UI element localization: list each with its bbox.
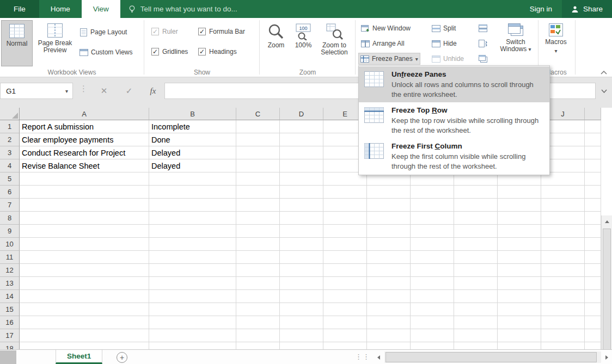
horizontal-scrollbar[interactable]: [384, 351, 601, 363]
cell-A9[interactable]: [20, 225, 149, 238]
cell-partial-row-15[interactable]: [585, 303, 601, 316]
collapse-ribbon-icon[interactable]: [598, 68, 609, 77]
scroll-up-icon[interactable]: [602, 215, 612, 227]
cell-J15[interactable]: [541, 303, 585, 316]
cell-J12[interactable]: [541, 264, 585, 277]
tab-file[interactable]: File: [0, 0, 39, 18]
cell-J13[interactable]: [541, 277, 585, 290]
cell-D2[interactable]: [280, 133, 323, 146]
page-layout-button[interactable]: Page Layout: [78, 26, 128, 38]
cell-E14[interactable]: [323, 290, 367, 303]
macros-button[interactable]: Macros ▾: [541, 20, 571, 67]
cell-E13[interactable]: [323, 277, 367, 290]
custom-views-button[interactable]: Custom Views: [78, 46, 134, 58]
sheet-nav-block[interactable]: [0, 350, 16, 364]
cell-G14[interactable]: [411, 290, 454, 303]
cell-D12[interactable]: [280, 264, 323, 277]
cell-A11[interactable]: [20, 251, 149, 264]
cell-C14[interactable]: [236, 290, 280, 303]
cell-partial-row-10[interactable]: [585, 238, 601, 251]
cell-J9[interactable]: [541, 225, 585, 238]
cell-D7[interactable]: [280, 199, 323, 212]
share-button[interactable]: Share: [562, 0, 612, 18]
cell-G17[interactable]: [411, 329, 454, 342]
cell-G7[interactable]: [411, 199, 454, 212]
cell-A18[interactable]: [20, 342, 149, 349]
cell-I10[interactable]: [498, 238, 541, 251]
cell-A1[interactable]: Report A submission: [20, 120, 149, 133]
zoom-100-button[interactable]: 100 100%: [291, 20, 316, 66]
cell-C2[interactable]: [236, 133, 280, 146]
ruler-checkbox[interactable]: ✓ Ruler: [151, 27, 178, 36]
cell-C5[interactable]: [236, 172, 280, 186]
cell-C12[interactable]: [236, 264, 280, 277]
cell-partial-row-14[interactable]: [585, 290, 601, 303]
row-header-11[interactable]: 11: [0, 251, 20, 264]
tab-home[interactable]: Home: [39, 0, 82, 18]
cell-F13[interactable]: [367, 277, 411, 290]
cell-G8[interactable]: [411, 212, 454, 225]
row-header-8[interactable]: 8: [0, 212, 20, 225]
cell-J10[interactable]: [541, 238, 585, 251]
cell-D16[interactable]: [280, 316, 323, 329]
row-header-13[interactable]: 13: [0, 277, 20, 290]
cell-H13[interactable]: [454, 277, 498, 290]
vertical-scrollbar-thumb[interactable]: [603, 229, 611, 364]
row-header-10[interactable]: 10: [0, 238, 20, 251]
vertical-scrollbar[interactable]: [601, 215, 612, 364]
page-break-preview-button[interactable]: Page Break Preview: [34, 20, 76, 66]
cell-F16[interactable]: [367, 316, 411, 329]
cell-H11[interactable]: [454, 251, 498, 264]
sheet-tab-sheet1[interactable]: Sheet1: [56, 350, 102, 364]
cell-G9[interactable]: [411, 225, 454, 238]
cell-F15[interactable]: [367, 303, 411, 316]
tell-me-search[interactable]: Tell me what you want to do...: [128, 0, 237, 18]
cell-partial-row-17[interactable]: [585, 329, 601, 342]
formula-bar-expand-icon[interactable]: [598, 83, 610, 99]
cell-C18[interactable]: [236, 342, 280, 349]
headings-checkbox[interactable]: ✓ Headings: [198, 47, 237, 57]
cell-B9[interactable]: [149, 225, 236, 238]
cell-C6[interactable]: [236, 186, 280, 199]
name-box-dropdown-icon[interactable]: ▾: [65, 88, 68, 94]
cell-J7[interactable]: [541, 199, 585, 212]
cell-A7[interactable]: [20, 199, 149, 212]
hscroll-left-icon[interactable]: [372, 350, 384, 364]
cell-partial-row-8[interactable]: [585, 212, 601, 225]
add-sheet-button[interactable]: +: [117, 352, 127, 363]
zoom-button[interactable]: Zoom: [262, 20, 290, 66]
column-header-A[interactable]: A: [20, 108, 149, 120]
cell-E18[interactable]: [323, 342, 367, 349]
column-header-D[interactable]: D: [280, 108, 323, 120]
menu-item-unfreeze-panes[interactable]: Unfreeze Panes Unlock all rows and colum…: [359, 66, 549, 102]
cell-B12[interactable]: [149, 264, 236, 277]
cell-J18[interactable]: [541, 342, 585, 349]
cell-E15[interactable]: [323, 303, 367, 316]
row-header-1[interactable]: 1: [0, 120, 20, 133]
row-header-18[interactable]: 18: [0, 342, 20, 349]
column-header-B[interactable]: B: [149, 108, 236, 120]
sign-in-button[interactable]: Sign in: [520, 0, 562, 18]
cell-partial-row-6[interactable]: [585, 186, 601, 199]
cell-partial-row-9[interactable]: [585, 225, 601, 238]
row-header-16[interactable]: 16: [0, 316, 20, 329]
cell-D14[interactable]: [280, 290, 323, 303]
cell-I14[interactable]: [498, 290, 541, 303]
cell-I17[interactable]: [498, 329, 541, 342]
cell-C15[interactable]: [236, 303, 280, 316]
row-header-9[interactable]: 9: [0, 225, 20, 238]
cell-H7[interactable]: [454, 199, 498, 212]
cell-J6[interactable]: [541, 186, 585, 199]
insert-function-button[interactable]: fx: [146, 83, 160, 99]
cell-D18[interactable]: [280, 342, 323, 349]
cell-B18[interactable]: [149, 342, 236, 349]
cancel-button[interactable]: ✕: [97, 83, 111, 99]
cell-C11[interactable]: [236, 251, 280, 264]
cell-E12[interactable]: [323, 264, 367, 277]
cell-I18[interactable]: [498, 342, 541, 349]
cell-G13[interactable]: [411, 277, 454, 290]
cell-B17[interactable]: [149, 329, 236, 342]
switch-windows-button[interactable]: Switch Windows ▾: [499, 20, 533, 67]
column-header-C[interactable]: C: [236, 108, 280, 120]
cell-A6[interactable]: [20, 186, 149, 199]
